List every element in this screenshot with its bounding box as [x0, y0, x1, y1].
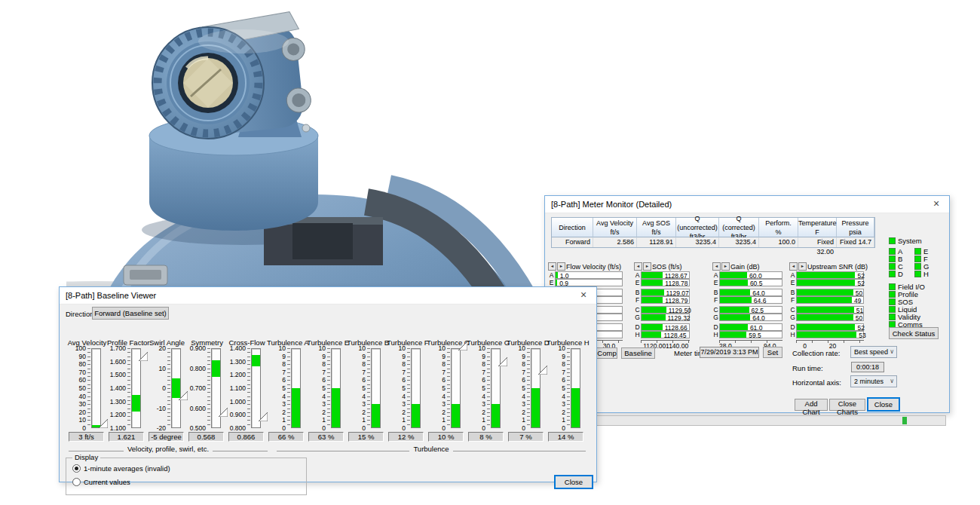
gauge-label: Turbulence E [307, 338, 347, 348]
bar-fill [797, 314, 853, 320]
transmitter-head [152, 11, 314, 139]
table-data-cell: Fixed 14.7 [837, 237, 874, 247]
chart-row-path-E: E1128.78 [634, 279, 690, 286]
table-header-cell: Perform.% [759, 218, 798, 237]
gauge-value-box: 0.568 [188, 432, 224, 442]
gauge-value-box: 15 % [348, 432, 384, 442]
lamp-icon [889, 291, 896, 298]
bar-value: 60.5 [750, 280, 763, 287]
bar-track: 60.0 [719, 271, 782, 279]
table-header-cell: Avg SOSft/s [637, 218, 676, 237]
bar-fill [556, 272, 558, 278]
check-status-button[interactable]: Check Status [889, 327, 939, 339]
bar-fill [797, 324, 855, 330]
horizontal-axis-label: Horizontal axis: [792, 378, 841, 387]
scroll-left-icon[interactable]: ◄ [789, 262, 798, 271]
radio-1-minute-averages-invalid-[interactable]: 1-minute averages (invalid) [72, 464, 170, 473]
gauge-track [531, 348, 541, 428]
chart-row-path-D: D61.0 [712, 323, 782, 331]
bar-track: 59.5 [719, 331, 782, 338]
baseline-button[interactable]: Baseline [621, 347, 655, 359]
table-header-cell: Q (corrected)ft3/hr [719, 218, 759, 237]
gauge-tick-labels: 109876543210 [267, 348, 287, 428]
gauge-bar [132, 395, 140, 412]
gauge-value-box: 14 % [548, 432, 583, 442]
gauge-tick-labels: 109876543210 [467, 348, 487, 428]
radio-label: 1-minute averages (invalid) [84, 464, 170, 473]
table-header-cell: TemperatureF [798, 218, 837, 237]
lamp-icon [889, 298, 896, 305]
lamp-row: DH [889, 270, 937, 278]
gauge-bar [492, 404, 500, 427]
bar-value: 1129.32 [668, 315, 691, 322]
meter-monitor-titlebar[interactable]: [8-Path] Meter Monitor (Detailed) × [545, 196, 949, 213]
bar-track: 1128.78 [641, 279, 690, 286]
bar-track: 1128.67 [641, 271, 690, 279]
chart-row-path-H: H59.5 [712, 331, 782, 338]
chart-row-path-F: F64.6 [712, 296, 782, 304]
scroll-right-icon[interactable]: ► [798, 262, 807, 271]
chart-row-path-G: G64.0 [712, 314, 782, 321]
add-chart-button[interactable]: Add Chart [795, 399, 828, 411]
chart-title-row: ◄►SOS (ft/s) [634, 262, 690, 271]
bar-value: 50 [856, 315, 862, 322]
baseline-marker-icon [139, 350, 148, 360]
gauge-turbulence-h: Turbulence H10987654321014 % [547, 338, 586, 442]
gauge-value-box: 7 % [508, 432, 544, 442]
baseline-marker-icon [259, 411, 268, 420]
bar-value: 64.6 [754, 298, 767, 305]
chart-row-path-A: A1.0 [548, 271, 623, 279]
set-button[interactable]: Set [763, 347, 782, 358]
bar-track: 64.0 [719, 289, 782, 296]
horizontal-axis-select[interactable]: 2 minutes ∨ [850, 375, 897, 387]
meter-monitor-window: [8-Path] Meter Monitor (Detailed) × Dire… [544, 195, 950, 413]
scroll-right-icon[interactable]: ► [557, 262, 565, 271]
gauge-bar [252, 355, 260, 366]
close-charts-button[interactable]: Close Charts [829, 399, 865, 411]
path-letter: F [712, 296, 719, 304]
gauge-track [451, 348, 461, 428]
lamp-label: System [898, 237, 922, 245]
bar-fill [556, 280, 557, 286]
collection-rate-select[interactable]: Best speed ∨ [850, 346, 897, 358]
gauge-cross-flow: Cross-Flow1.4001.3001.2001.1001.0000.900… [227, 338, 267, 442]
baseline-viewer-titlebar[interactable]: [8-Path] Baseline Viewer × [60, 287, 596, 305]
chart-row-path-C: C1129.50 [634, 306, 690, 314]
gauge-label: Turbulence A [267, 338, 307, 348]
chart-sos-ft-s-: ◄►SOS (ft/s)A1128.67E1128.78B1129.07F112… [634, 262, 690, 350]
close-icon[interactable]: × [571, 287, 596, 304]
scroll-left-icon[interactable]: ◄ [548, 262, 556, 271]
gauge-symmetry: Symmetry0.9000.8000.7000.6000.5000.568 [187, 338, 227, 442]
bar-fill [642, 307, 666, 313]
close-icon[interactable]: × [923, 196, 949, 213]
meter-monitor-body: DirectionAvg Velocityft/sAvg SOSft/sQ (u… [545, 213, 949, 412]
gauge-ruler [127, 348, 130, 428]
gauge-ruler [527, 348, 530, 428]
baseline-marker-icon [538, 364, 547, 373]
meter-time-field[interactable]: 7/29/2019 3:13 PM [700, 347, 759, 358]
lamp-icon [914, 271, 921, 277]
lamp-icon [889, 237, 896, 244]
baseline-viewer-close-button[interactable]: Close [554, 475, 593, 489]
scroll-left-icon[interactable]: ◄ [712, 262, 721, 271]
path-letter: B [789, 289, 796, 296]
path-letter: F [789, 296, 796, 304]
meter-monitor-close-button[interactable]: Close [867, 397, 900, 412]
scroll-right-icon[interactable]: ► [643, 262, 651, 271]
direction-button[interactable]: Forward (Baseline set) [92, 307, 169, 320]
table-data-cell: Forward [552, 237, 593, 247]
path-letter: C [712, 306, 719, 314]
bar-fill [642, 289, 664, 295]
gauge-turbulence-d: Turbulence D1098765432107 % [507, 338, 547, 442]
run-time-label: Run time: [792, 364, 823, 372]
bar-fill [720, 272, 747, 278]
bar-track: 64.6 [719, 296, 782, 304]
gauge-label: Turbulence H [547, 338, 586, 348]
scroll-left-icon[interactable]: ◄ [634, 262, 642, 271]
path-letter: G [789, 314, 796, 321]
scroll-right-icon[interactable]: ► [721, 262, 730, 271]
chevron-down-icon: ∨ [890, 376, 894, 387]
gauge-label: Swirl Angle [147, 338, 187, 348]
radio-current-values[interactable]: Current values [72, 478, 130, 486]
bar-value: 49 [854, 298, 861, 305]
